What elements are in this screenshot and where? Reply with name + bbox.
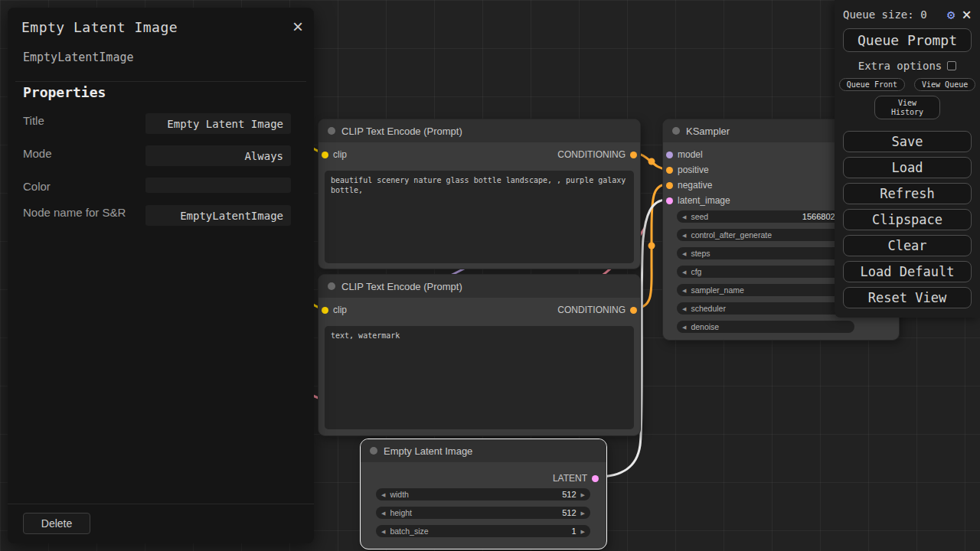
widget-cfg[interactable]: ◀ cfg (677, 266, 854, 278)
widget-scheduler[interactable]: ◀ scheduler (677, 302, 854, 315)
collapse-dot-icon[interactable] (370, 447, 377, 455)
negative-input-slot[interactable]: negative (666, 180, 712, 191)
slot-label: CONDITIONING (557, 149, 626, 160)
load-default-button[interactable]: Load Default (843, 261, 972, 282)
divider (8, 504, 314, 504)
clipspace-button[interactable]: Clipspace (843, 209, 972, 230)
clip-slot-dot-icon[interactable] (322, 307, 328, 314)
decrement-arrow-icon[interactable]: ◀ (381, 529, 385, 534)
widget-value: 512 (562, 508, 576, 517)
widget-label: seed (691, 212, 708, 221)
positive-input-slot[interactable]: positive (666, 165, 709, 175)
clip-input-slot[interactable]: clip (322, 305, 347, 315)
title-field[interactable]: Empty Latent Image (145, 113, 291, 134)
widget-value: 512 (562, 490, 576, 499)
view-queue-button[interactable]: View Queue (914, 78, 975, 91)
conditioning-slot-dot-icon[interactable] (630, 307, 637, 314)
slot-label: model (678, 149, 703, 160)
prompt-textarea[interactable]: beautiful scenery nature glass bottle la… (325, 171, 634, 263)
node-header[interactable]: Empty Latent Image (361, 439, 606, 462)
slot-label: negative (678, 180, 712, 191)
decrement-arrow-icon[interactable]: ◀ (682, 251, 686, 256)
latent-image-input-slot[interactable]: latent_image (666, 195, 730, 206)
collapse-dot-icon[interactable] (328, 127, 335, 135)
widget-control-after-generate[interactable]: ◀ control_after_generate ran (677, 229, 854, 241)
prompt-textarea[interactable]: text, watermark (325, 326, 634, 429)
node-title: Empty Latent Image (384, 445, 472, 457)
clip-input-slot[interactable]: clip (322, 149, 347, 160)
view-history-button[interactable]: View History (874, 96, 940, 119)
model-input-slot[interactable]: model (666, 149, 703, 160)
node-clip-text-encode-negative[interactable]: CLIP Text Encode (Prompt) clip CONDITION… (318, 274, 641, 436)
widget-denoise[interactable]: ◀ denoise (677, 321, 854, 333)
widget-batch-size[interactable]: ◀ batch_size 1 ▶ (376, 525, 590, 537)
collapse-dot-icon[interactable] (328, 282, 335, 290)
node-clip-text-encode-positive[interactable]: CLIP Text Encode (Prompt) clip CONDITION… (318, 119, 641, 269)
widget-label: scheduler (691, 304, 726, 313)
color-field[interactable] (145, 178, 291, 193)
widget-label: cfg (691, 267, 701, 276)
properties-heading: Properties (23, 84, 106, 100)
clear-button[interactable]: Clear (843, 235, 972, 256)
model-slot-dot-icon[interactable] (666, 152, 673, 158)
decrement-arrow-icon[interactable]: ◀ (381, 492, 385, 497)
queue-front-button[interactable]: Queue Front (839, 78, 905, 91)
link-midpoint-dot[interactable] (648, 158, 655, 165)
extra-options-checkbox[interactable] (947, 61, 956, 70)
decrement-arrow-icon[interactable]: ◀ (682, 324, 686, 330)
widget-seed[interactable]: ◀ seed 1566802087 (677, 210, 854, 223)
slot-label: latent_image (678, 195, 730, 206)
widget-height[interactable]: ◀ height 512 ▶ (376, 507, 590, 519)
increment-arrow-icon[interactable]: ▶ (581, 529, 585, 534)
increment-arrow-icon[interactable]: ▶ (581, 510, 585, 516)
save-button[interactable]: Save (843, 131, 972, 152)
conditioning-slot-dot-icon[interactable] (666, 167, 673, 174)
slot-label: clip (333, 149, 347, 160)
field-label-mode: Mode (23, 146, 138, 161)
conditioning-output-slot[interactable]: CONDITIONING (557, 149, 637, 160)
clip-slot-dot-icon[interactable] (322, 152, 328, 158)
decrement-arrow-icon[interactable]: ◀ (381, 510, 385, 516)
close-icon[interactable]: × (292, 18, 303, 35)
decrement-arrow-icon[interactable]: ◀ (682, 288, 686, 293)
latent-output-slot[interactable]: LATENT (553, 473, 599, 484)
delete-button[interactable]: Delete (23, 513, 90, 534)
widget-width[interactable]: ◀ width 512 ▶ (376, 488, 590, 500)
increment-arrow-icon[interactable]: ▶ (581, 492, 585, 497)
decrement-arrow-icon[interactable]: ◀ (682, 233, 686, 238)
node-header[interactable]: CLIP Text Encode (Prompt) (318, 275, 640, 298)
mode-field[interactable]: Always (145, 145, 291, 166)
collapse-dot-icon[interactable] (672, 127, 680, 135)
node-title: CLIP Text Encode (Prompt) (341, 281, 462, 292)
widget-label: height (390, 508, 412, 517)
widget-label: sampler_name (691, 285, 743, 295)
node-properties-panel: Empty Latent Image × EmptyLatentImage Pr… (8, 8, 314, 543)
decrement-arrow-icon[interactable]: ◀ (682, 306, 686, 311)
decrement-arrow-icon[interactable]: ◀ (682, 214, 686, 220)
conditioning-slot-dot-icon[interactable] (666, 182, 673, 189)
settings-gear-icon[interactable]: ⚙ (947, 8, 955, 21)
field-label-title: Title (23, 113, 138, 129)
queue-prompt-button[interactable]: Queue Prompt (843, 28, 972, 52)
node-title: CLIP Text Encode (Prompt) (341, 126, 462, 137)
node-graph-canvas[interactable]: CLIP Text Encode (Prompt) clip CONDITION… (0, 0, 980, 551)
reset-view-button[interactable]: Reset View (843, 287, 972, 308)
node-name-field[interactable]: EmptyLatentImage (145, 205, 291, 226)
node-empty-latent-image[interactable]: Empty Latent Image LATENT ◀ width 512 ▶ … (360, 439, 607, 549)
load-button[interactable]: Load (843, 157, 972, 178)
conditioning-slot-dot-icon[interactable] (630, 152, 637, 158)
close-icon[interactable]: × (962, 8, 972, 21)
decrement-arrow-icon[interactable]: ◀ (682, 269, 686, 275)
slot-label: clip (333, 305, 347, 315)
widget-steps[interactable]: ◀ steps (677, 247, 854, 259)
latent-slot-dot-icon[interactable] (592, 475, 599, 482)
conditioning-output-slot[interactable]: CONDITIONING (557, 305, 637, 315)
slot-label: positive (678, 165, 709, 175)
widget-label: width (390, 490, 409, 499)
refresh-button[interactable]: Refresh (843, 183, 972, 204)
node-header[interactable]: CLIP Text Encode (Prompt) (318, 119, 640, 142)
widget-sampler-name[interactable]: ◀ sampler_name (677, 284, 854, 296)
latent-slot-dot-icon[interactable] (666, 197, 673, 204)
link-midpoint-dot[interactable] (648, 243, 655, 249)
queue-size-label: Queue size: 0 (843, 8, 940, 21)
